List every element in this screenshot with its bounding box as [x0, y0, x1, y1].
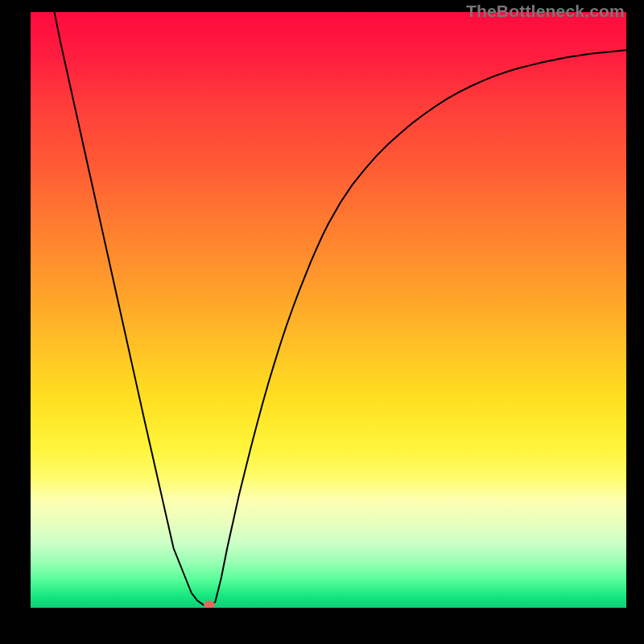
- bottleneck-curve: [31, 12, 626, 608]
- optimum-marker: [204, 601, 215, 608]
- chart-svg: [31, 12, 626, 608]
- watermark-text: TheBottleneck.com: [466, 2, 625, 21]
- plot-area: [31, 12, 626, 608]
- figure-canvas: TheBottleneck.com: [0, 0, 644, 644]
